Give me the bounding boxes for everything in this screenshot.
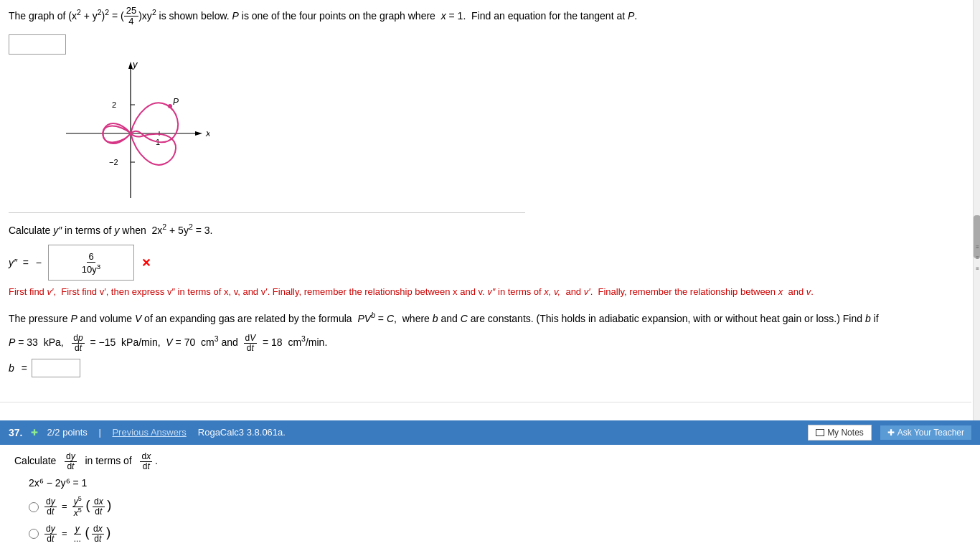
svg-marker-2	[195, 131, 202, 136]
p1-text: The graph of (x2 + y2)2 = (254)xy2 is sh…	[9, 10, 637, 22]
q37-dy-dt: dy dt	[65, 452, 77, 471]
divider-1	[9, 212, 525, 213]
p2-y-double-prime: y″ =	[9, 257, 29, 268]
q37-separator: |	[96, 427, 104, 438]
q37-source: RogaCalc3 3.8.061a.	[198, 427, 286, 438]
my-notes-icon	[816, 429, 824, 436]
opt1-fraction: y5 x5	[72, 496, 83, 518]
scroll-indicator-3: ≡	[976, 265, 979, 272]
q37-prev-answers[interactable]: Previous Answers	[112, 427, 186, 438]
svg-text:2: 2	[112, 100, 116, 109]
p2-denominator: 10y3	[80, 263, 102, 275]
opt1-dxdt: dx dt	[93, 497, 105, 517]
svg-text:x: x	[205, 128, 209, 138]
q37-dx-dt: dx dt	[140, 452, 152, 471]
my-notes-label: My Notes	[827, 428, 864, 438]
problem-1-header: The graph of (x2 + y2)2 = (254)xy2 is sh…	[9, 6, 960, 27]
opt2-dy-dt: dy dt	[44, 524, 57, 544]
q37-opt1-label: dy dt = y5 x5 ( dx dt )	[44, 496, 111, 518]
incorrect-mark: ✕	[141, 256, 151, 270]
q37-opt2-label: dy dt = y ... ( dx dt )	[44, 524, 110, 544]
ask-teacher-plus-icon: ✚	[887, 428, 895, 438]
q37-period: .	[155, 455, 158, 466]
svg-text:y: y	[132, 62, 138, 70]
p2-answer-box: 6 10y3	[48, 245, 134, 281]
p3-answer-area: b =	[9, 359, 960, 377]
q37-option-1: dy dt = y5 x5 ( dx dt )	[29, 496, 966, 518]
q37-in-terms: in terms of	[85, 455, 131, 466]
ask-teacher-button[interactable]: ✚ Ask Your Teacher	[880, 425, 971, 440]
p1-answer-input[interactable]	[9, 34, 66, 55]
p3-answer-input[interactable]	[32, 359, 80, 377]
svg-point-12	[168, 104, 172, 108]
q37-points: 2/2 points	[47, 427, 87, 438]
lemniscate-graph: x y 2 −2 1 P	[52, 62, 209, 205]
q37-header: 37. ✚ 2/2 points | Previous Answers Roga…	[0, 420, 980, 445]
p2-fraction: 6 10y3	[80, 251, 102, 275]
q37-right-actions: My Notes ✚ Ask Your Teacher	[808, 425, 971, 441]
q37-radio-2[interactable]	[29, 529, 39, 539]
scroll-indicator: ≡	[976, 244, 979, 250]
p3-description: The pressure P and volume V of an expand…	[9, 309, 960, 328]
problem-3: The pressure P and volume V of an expand…	[9, 309, 960, 377]
q37-body: Calculate dy dt in terms of dx dt . 2x⁶ …	[0, 445, 980, 551]
problem-2: Calculate y″ in terms of y when 2x2 + 5y…	[9, 220, 960, 298]
p2-hint-text: First find v′, then express v″ in terms …	[61, 286, 484, 297]
q37-equation: 2x⁶ − 2y⁶ = 1	[29, 477, 966, 489]
p1-answer-area	[9, 34, 960, 55]
svg-text:P: P	[173, 97, 179, 107]
question-37-section: 37. ✚ 2/2 points | Previous Answers Roga…	[0, 420, 980, 551]
q37-instruction-line: Calculate dy dt in terms of dx dt .	[14, 452, 966, 471]
p3-b-label: b	[9, 362, 14, 374]
graph-container: x y 2 −2 1 P	[52, 62, 209, 205]
my-notes-button[interactable]: My Notes	[808, 425, 872, 441]
p2-answer-display: y″ = − 6 10y3 ✕	[9, 245, 960, 281]
opt2-dxdt: dx dt	[92, 524, 104, 544]
q37-points-icon: ✚	[31, 428, 38, 438]
q37-number: 37.	[9, 427, 22, 438]
scrollbar-thumb[interactable]	[974, 215, 980, 258]
p3-dv-dt: dV dt	[244, 334, 258, 353]
p2-instruction: Calculate y″ in terms of y when 2x2 + 5y…	[9, 220, 960, 240]
q37-calc-label: Calculate	[14, 455, 56, 466]
p3-values: P = 33 kPa, dp dt = −15 kPa/min, V = 70 …	[9, 332, 960, 353]
opt2-fraction: y ...	[72, 524, 83, 544]
p2-hint: First find v′, First find v′, then expre…	[9, 286, 960, 297]
p2-numerator: 6	[87, 251, 95, 263]
section-divider	[0, 402, 971, 402]
svg-text:−2: −2	[109, 158, 118, 166]
ask-teacher-label: Ask Your Teacher	[897, 428, 964, 438]
p3-dp-dt: dp dt	[72, 334, 84, 353]
main-content: The graph of (x2 + y2)2 = (254)xy2 is sh…	[0, 0, 969, 389]
opt1-dy-dt: dy dt	[44, 497, 57, 517]
q37-radio-options: dy dt = y5 x5 ( dx dt )	[29, 496, 966, 544]
scroll-indicator-2: ≡	[976, 255, 979, 261]
q37-radio-1[interactable]	[29, 502, 39, 512]
q37-option-2: dy dt = y ... ( dx dt )	[29, 524, 966, 544]
